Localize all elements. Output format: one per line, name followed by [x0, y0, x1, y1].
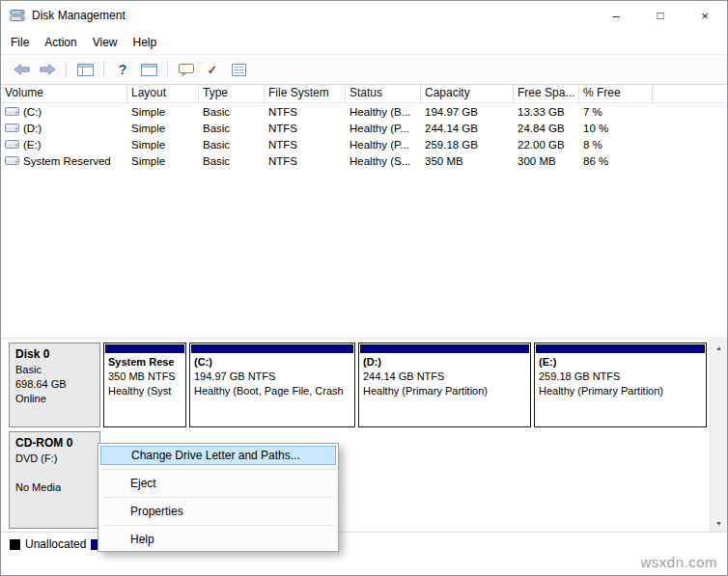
partition-e[interactable]: (E:) 259.18 GB NTFS Healthy (Primary Par… — [534, 343, 707, 427]
cell-layout: Simple — [127, 123, 199, 134]
partition-status: Healthy (Syst — [108, 384, 182, 398]
partition-title: System Rese — [108, 355, 182, 370]
partition-size: 244.14 GB NTFS — [363, 370, 526, 384]
cell-capacity: 194.97 GB — [421, 106, 514, 118]
cell-pct-free: 7 % — [579, 106, 653, 118]
partition-status: Healthy (Primary Partition) — [363, 384, 526, 398]
partition-color-bar — [360, 344, 529, 353]
vertical-scrollbar[interactable]: ▲ ▼ — [710, 340, 727, 532]
scroll-up-icon[interactable]: ▲ — [711, 340, 727, 356]
table-row-c[interactable]: (C:) Simple Basic NTFS Healthy (B... 194… — [1, 103, 727, 120]
unallocated-label: Unallocated — [25, 537, 86, 551]
forward-arrow-icon[interactable] — [37, 59, 58, 80]
partition-c[interactable]: (C:) 194.97 GB NTFS Healthy (Boot, Page … — [189, 343, 355, 427]
cell-free-space: 300 MB — [514, 155, 579, 167]
cdrom0-drive: DVD (F:) — [15, 452, 94, 466]
partition-title: (D:) — [363, 355, 526, 370]
column-filler — [653, 85, 727, 102]
menubar: File Action View Help — [1, 30, 727, 54]
report-list-icon[interactable] — [228, 59, 249, 80]
partition-title: (C:) — [194, 355, 350, 370]
partition-status: Healthy (Boot, Page File, Crash — [194, 384, 350, 398]
disk0-info[interactable]: Disk 0 Basic 698.64 GB Online — [9, 343, 100, 427]
toolbar: ? ✓ — [1, 54, 727, 85]
close-button[interactable]: × — [683, 1, 727, 30]
partition-size: 259.18 GB NTFS — [539, 370, 702, 384]
partition-text: System Rese 350 MB NTFS Healthy (Syst — [104, 354, 185, 399]
window-controls: – □ × — [594, 1, 727, 30]
partition-text: (C:) 194.97 GB NTFS Healthy (Boot, Page … — [190, 354, 354, 399]
volume-name: System Reserved — [23, 155, 111, 167]
column-free-space[interactable]: Free Spa... — [514, 85, 579, 102]
disk0-status: Online — [15, 392, 94, 406]
cell-pct-free: 86 % — [579, 155, 653, 167]
partition-status: Healthy (Primary Partition) — [539, 384, 702, 398]
partition-color-bar — [536, 344, 705, 353]
drive-icon — [5, 139, 19, 150]
menu-item-eject[interactable]: Eject — [100, 474, 336, 493]
column-pct-free[interactable]: % Free — [579, 85, 653, 102]
menu-help[interactable]: Help — [126, 33, 165, 52]
titlebar[interactable]: Disk Management – □ × — [1, 1, 727, 30]
toolbar-separator — [167, 61, 168, 78]
action-check-icon[interactable]: ✓ — [202, 59, 223, 80]
partition-size: 350 MB NTFS — [108, 370, 182, 384]
cell-type: Basic — [199, 106, 265, 118]
menu-separator — [102, 525, 334, 526]
column-file-system[interactable]: File System — [265, 85, 346, 102]
minimize-button[interactable]: – — [594, 1, 638, 30]
console-tree-icon[interactable] — [74, 59, 96, 80]
cell-file-system: NTFS — [265, 155, 346, 167]
cell-file-system: NTFS — [265, 123, 346, 134]
cell-type: Basic — [199, 155, 265, 167]
toolbar-separator — [66, 61, 67, 78]
cell-file-system: NTFS — [265, 139, 346, 151]
table-row-d[interactable]: (D:) Simple Basic NTFS Healthy (P... 244… — [1, 120, 727, 136]
menu-file[interactable]: File — [11, 33, 37, 52]
column-type[interactable]: Type — [199, 85, 265, 102]
cdrom0-media: No Media — [15, 480, 94, 495]
column-capacity[interactable]: Capacity — [421, 85, 514, 102]
cell-free-space: 24.84 GB — [514, 123, 579, 134]
table-row-e[interactable]: (E:) Simple Basic NTFS Healthy (P... 259… — [1, 136, 727, 152]
partition-title: (E:) — [539, 355, 702, 370]
scroll-down-icon[interactable]: ▼ — [711, 515, 727, 532]
volume-name: (D:) — [23, 123, 42, 134]
column-layout[interactable]: Layout — [127, 85, 199, 102]
bottom-strip: wsxdn.com — [1, 556, 727, 575]
disk0-name: Disk 0 — [15, 346, 94, 363]
cell-status: Healthy (P... — [346, 123, 421, 134]
drive-icon — [5, 106, 19, 117]
maximize-button[interactable]: □ — [638, 1, 683, 30]
cell-volume: (D:) — [1, 123, 127, 134]
column-volume[interactable]: Volume — [1, 85, 127, 102]
cell-free-space: 13.33 GB — [514, 106, 579, 118]
partition-d[interactable]: (D:) 244.14 GB NTFS Healthy (Primary Par… — [358, 343, 531, 427]
cell-volume: System Reserved — [1, 155, 127, 167]
table-row-system-reserved[interactable]: System Reserved Simple Basic NTFS Health… — [1, 152, 727, 169]
partition-size: 194.97 GB NTFS — [194, 370, 350, 384]
popup-menu-icon[interactable] — [176, 59, 197, 80]
cell-layout: Simple — [127, 139, 199, 151]
menu-item-properties[interactable]: Properties — [100, 502, 336, 521]
scroll-track[interactable] — [711, 356, 727, 515]
cell-status: Healthy (P... — [346, 139, 421, 151]
partition-text: (E:) 259.18 GB NTFS Healthy (Primary Par… — [535, 354, 706, 399]
disk0-partitions: System Rese 350 MB NTFS Healthy (Syst (C… — [103, 343, 707, 427]
column-status[interactable]: Status — [346, 85, 421, 102]
disk0-size: 698.64 GB — [15, 377, 94, 392]
cell-free-space: 22.00 GB — [514, 139, 579, 151]
window-title: Disk Management — [32, 9, 126, 22]
back-arrow-icon[interactable] — [11, 59, 32, 80]
menu-view[interactable]: View — [85, 33, 126, 52]
cdrom0-info[interactable]: CD-ROM 0 DVD (F:) No Media — [9, 431, 100, 529]
console-window-icon[interactable] — [138, 59, 159, 80]
menu-action[interactable]: Action — [37, 33, 84, 52]
watermark: wsxdn.com — [640, 554, 717, 570]
partition-system-reserved[interactable]: System Rese 350 MB NTFS Healthy (Syst — [103, 343, 186, 427]
disk-management-app-icon — [10, 8, 25, 23]
menu-item-change-drive-letter[interactable]: Change Drive Letter and Paths... — [100, 446, 336, 465]
menu-item-help[interactable]: Help — [100, 530, 336, 549]
help-icon[interactable]: ? — [112, 59, 133, 80]
menu-separator — [102, 469, 334, 470]
